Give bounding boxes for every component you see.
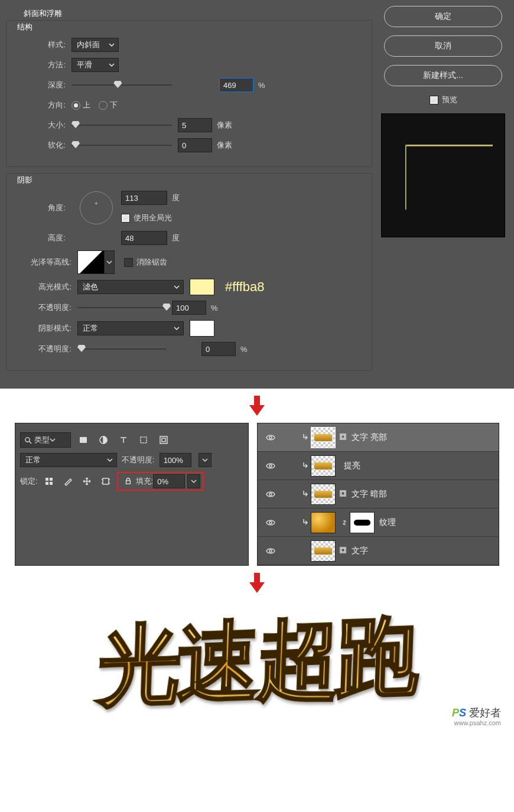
shadow-color-swatch[interactable] (190, 320, 214, 337)
direction-label: 方向: (12, 100, 71, 110)
shadow-opacity-label: 不透明度: (12, 344, 77, 354)
size-slider[interactable] (71, 125, 172, 126)
layer-thumbnail[interactable] (311, 512, 336, 533)
depth-slider[interactable] (71, 84, 172, 86)
filter-smart-icon[interactable] (156, 433, 171, 447)
gloss-contour-swatch[interactable] (77, 250, 105, 274)
layer-name[interactable]: 文字 暗部 (352, 489, 387, 500)
highlight-mode-label: 高光模式: (12, 282, 77, 292)
visibility-icon[interactable] (262, 461, 279, 471)
svg-point-19 (269, 521, 272, 524)
highlight-color-swatch[interactable] (190, 279, 214, 295)
antialias-checkbox[interactable] (124, 258, 133, 267)
angle-input[interactable]: 113 (121, 191, 167, 205)
svg-point-15 (269, 465, 272, 467)
visibility-icon[interactable] (262, 433, 279, 442)
layer-row[interactable]: 纹理 (258, 508, 499, 537)
clip-indicator-icon (301, 518, 308, 527)
result-artwork: 光速超跑 (96, 598, 418, 726)
layer-thumbnail[interactable] (311, 540, 336, 562)
layer-thumbnail[interactable] (311, 484, 336, 505)
bevel-section-title: 斜面和浮雕 (24, 8, 372, 19)
direction-down-label: 下 (110, 100, 118, 110)
smartobj-icon (339, 546, 347, 556)
blend-mode-select[interactable]: 正常 (20, 453, 117, 467)
global-light-label: 使用全局光 (134, 213, 172, 223)
global-light-checkbox[interactable] (121, 214, 130, 223)
layer-row[interactable]: 文字 亮部 (258, 423, 499, 452)
filter-type-select[interactable]: 类型 (20, 432, 71, 448)
svg-point-20 (269, 550, 272, 552)
filter-adjustment-icon[interactable] (96, 433, 111, 447)
gloss-contour-dropdown[interactable] (104, 250, 115, 274)
svg-rect-10 (103, 478, 109, 484)
style-select[interactable]: 内斜面 (71, 38, 119, 52)
soften-input[interactable]: 0 (178, 138, 212, 152)
smartobj-icon (339, 433, 347, 442)
lock-move-icon[interactable] (79, 474, 95, 488)
layer-name[interactable]: 文字 亮部 (352, 432, 387, 443)
lock-transparent-icon[interactable] (41, 474, 57, 488)
technique-label: 方法: (12, 60, 71, 70)
opacity-dropdown[interactable] (199, 453, 212, 467)
antialias-label: 消除锯齿 (136, 257, 167, 268)
layer-row[interactable]: 提亮 (258, 452, 499, 480)
svg-rect-18 (341, 491, 345, 495)
new-style-button[interactable]: 新建样式... (384, 65, 502, 86)
filter-pixel-icon[interactable] (76, 433, 91, 447)
layer-thumbnail[interactable] (311, 427, 336, 448)
cancel-button[interactable]: 取消 (384, 35, 502, 57)
filter-type-icon[interactable] (116, 433, 131, 447)
structure-fieldset: 结构 样式: 内斜面 方法: 平滑 深度: (6, 20, 372, 167)
technique-select[interactable]: 平滑 (71, 58, 119, 72)
chevron-down-icon (107, 457, 113, 463)
highlight-opacity-slider[interactable] (77, 307, 166, 308)
layer-row[interactable]: 文字 暗部 (258, 480, 499, 508)
svg-rect-3 (141, 437, 147, 443)
layer-name[interactable]: 文字 (352, 546, 368, 556)
ok-button[interactable]: 确定 (384, 6, 502, 27)
svg-rect-6 (45, 478, 48, 481)
shadow-opacity-slider[interactable] (77, 348, 166, 350)
filter-shape-icon[interactable] (136, 433, 151, 447)
svg-rect-11 (126, 481, 130, 484)
svg-point-0 (25, 437, 30, 441)
direction-up-radio[interactable] (71, 101, 80, 110)
altitude-input[interactable]: 48 (121, 231, 167, 245)
fill-input[interactable]: 0% (153, 474, 185, 488)
layer-row[interactable]: 文字 (258, 537, 499, 565)
lock-all-icon[interactable] (121, 474, 136, 488)
lock-brush-icon[interactable] (60, 474, 76, 488)
direction-down-radio[interactable] (99, 101, 108, 110)
visibility-icon[interactable] (262, 518, 279, 527)
preview-checkbox[interactable] (430, 96, 438, 105)
layer-name[interactable]: 纹理 (379, 517, 396, 528)
highlight-opacity-input[interactable]: 100 (172, 301, 206, 315)
svg-rect-4 (160, 436, 167, 443)
depth-input[interactable]: 469 (219, 78, 253, 92)
fill-dropdown[interactable] (187, 474, 200, 488)
size-input[interactable]: 5 (178, 118, 212, 132)
highlight-mode-select[interactable]: 滤色 (77, 280, 184, 294)
shadow-mode-select[interactable]: 正常 (77, 321, 184, 335)
clip-indicator-icon (301, 461, 308, 470)
layer-thumbnail[interactable] (311, 455, 336, 477)
angle-unit: 度 (172, 193, 180, 203)
layers-panel-list: 文字 亮部 提亮 文字 暗部 纹理 文字 (257, 423, 499, 566)
highlight-opacity-label: 不透明度: (12, 302, 77, 313)
smartobj-icon (339, 490, 347, 499)
visibility-icon[interactable] (262, 546, 279, 556)
angle-dial[interactable]: + (80, 191, 113, 224)
layer-name[interactable]: 提亮 (344, 461, 360, 471)
layer-mask-thumbnail[interactable] (350, 512, 375, 533)
watermark: PS 爱好者 www.psahz.com (452, 707, 501, 726)
visibility-icon[interactable] (262, 490, 279, 499)
lock-artboard-icon[interactable] (98, 474, 113, 488)
shadow-opacity-input[interactable]: 0 (201, 342, 236, 356)
svg-rect-7 (50, 478, 53, 481)
soften-slider[interactable] (71, 145, 172, 146)
opacity-input[interactable]: 100% (160, 453, 191, 467)
fill-highlight: 填充: 0% (117, 472, 204, 491)
gloss-label: 光泽等高线: (12, 257, 77, 268)
arrow-down-icon (0, 573, 514, 593)
